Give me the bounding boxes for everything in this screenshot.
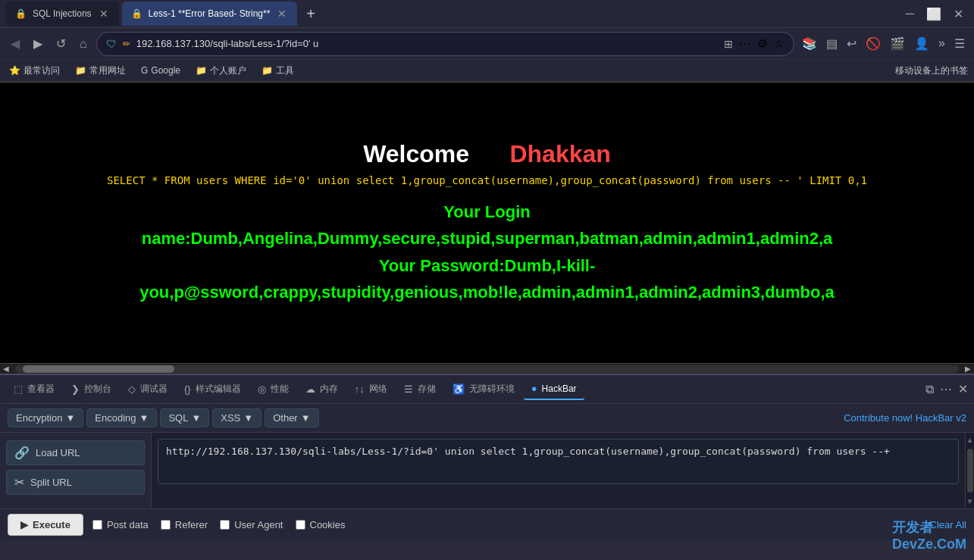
hackbar-bottom: ▶ Execute Post data Referer User Agent [0, 508, 974, 540]
scrollbar-track-h[interactable] [15, 365, 959, 373]
restore-button[interactable]: ⬜ [922, 4, 946, 24]
xss-arrow: ▼ [243, 412, 253, 424]
settings-icon[interactable]: ⚙ [757, 36, 768, 51]
reload-button[interactable]: ↺ [52, 33, 70, 54]
devtools-tab-label-1: 控制台 [84, 383, 111, 396]
devtools-tab-console[interactable]: ❯ 控制台 [64, 378, 119, 400]
bookmark-common[interactable]: 📁 常用网址 [72, 63, 129, 79]
split-url-label: Split URL [30, 477, 72, 488]
cookies-checkbox[interactable]: Cookies [296, 519, 346, 530]
detach-icon[interactable]: ⧉ [925, 383, 934, 396]
execute-play-icon: ▶ [20, 519, 28, 530]
bookmark-label-4: 工具 [276, 64, 294, 77]
bookmark-frequent[interactable]: ⭐ 最常访问 [6, 63, 63, 79]
devtools-tab-label-6: 网络 [369, 383, 387, 396]
encryption-menu[interactable]: Encryption ▼ [8, 408, 83, 427]
tab-favicon-2: 🔒 [131, 8, 142, 19]
google-icon: G [141, 65, 148, 76]
scroll-up-arrow[interactable]: ▲ [966, 433, 974, 447]
useragent-input[interactable] [220, 520, 230, 530]
hackbar-toolbar: Encryption ▼ Encoding ▼ SQL ▼ XSS ▼ Othe… [0, 404, 974, 433]
welcome-name: Dhakkan [509, 140, 610, 167]
devtools-tab-debugger[interactable]: ◇ 调试器 [121, 378, 175, 400]
new-tab-button[interactable]: + [300, 2, 321, 26]
encoding-arrow: ▼ [139, 412, 149, 424]
devtools-tab-styles[interactable]: {} 样式编辑器 [177, 378, 249, 400]
execute-button[interactable]: ▶ Execute [8, 514, 83, 536]
lock-icon: ✏ [123, 39, 130, 49]
bookmark-google[interactable]: G Google [138, 64, 183, 77]
devtools-tab-inspector[interactable]: ⬚ 查看器 [6, 378, 62, 400]
hackbar-panel: Encryption ▼ Encoding ▼ SQL ▼ XSS ▼ Othe… [0, 404, 974, 540]
split-url-button[interactable]: ✂ Split URL [6, 470, 145, 495]
home-button[interactable]: ⌂ [75, 34, 92, 54]
back-history-icon[interactable]: ↩ [844, 33, 860, 54]
browser-chrome: 🔒 SQL Injections ✕ 🔒 Less-1 **Error Base… [0, 0, 974, 83]
tab-sql-injections[interactable]: 🔒 SQL Injections ✕ [6, 2, 119, 26]
scroll-down-arrow[interactable]: ▼ [966, 494, 974, 508]
block-icon[interactable]: 🚫 [863, 33, 884, 54]
devtools-vertical-scrollbar[interactable]: ▲ ▼ [965, 433, 974, 508]
devtools-tab-label-8: 无障碍环境 [469, 383, 515, 396]
bookmark-account[interactable]: 📁 个人账户 [193, 63, 249, 79]
url-input[interactable] [136, 38, 718, 49]
load-url-button[interactable]: 🔗 Load URL [6, 440, 145, 465]
other-menu[interactable]: Other ▼ [265, 408, 318, 427]
more-options-icon[interactable]: ⋯ [940, 382, 952, 396]
devtools-tab-hackbar[interactable]: ● HackBar [524, 378, 584, 400]
network-icon: ↑↓ [355, 383, 365, 395]
bookmarks-mobile[interactable]: 移动设备上的书签 [895, 64, 968, 77]
devtools-tab-storage[interactable]: ☰ 存储 [396, 378, 443, 400]
devtools-tab-label-7: 存储 [418, 383, 436, 396]
clear-all-button[interactable]: Clear All [930, 519, 966, 530]
other-arrow: ▼ [301, 412, 311, 424]
sql-menu[interactable]: SQL ▼ [160, 408, 209, 427]
bookmark-tools[interactable]: 📁 工具 [258, 63, 297, 79]
scroll-right-arrow[interactable]: ▶ [962, 364, 974, 373]
devtools-tab-memory[interactable]: ☁ 内存 [298, 378, 346, 400]
other-label: Other [273, 412, 298, 424]
bookmark-icon[interactable]: ☆ [774, 36, 785, 51]
ext-icon1[interactable]: 🎬 [887, 33, 908, 54]
bookmark-label-3: 个人账户 [210, 64, 246, 77]
encoding-menu[interactable]: Encoding ▼ [86, 408, 157, 427]
tab-label: SQL Injections [33, 8, 92, 19]
password-label: Your Password:Dumb,I-kill- [139, 252, 835, 279]
devtools-tab-perf[interactable]: ◎ 性能 [250, 378, 296, 400]
referer-label: Referer [175, 519, 208, 530]
referer-input[interactable] [161, 520, 171, 530]
library-icon[interactable]: 📚 [799, 33, 820, 54]
hackbar-body: 🔗 Load URL ✂ Split URL http://192.168.13… [0, 433, 974, 508]
overflow-icon[interactable]: » [935, 33, 948, 54]
forward-button[interactable]: ▶ [29, 33, 47, 54]
referer-checkbox[interactable]: Referer [161, 519, 208, 530]
hackbar-url-field[interactable]: http://192.168.137.130/sqli-labs/Less-1/… [158, 439, 959, 484]
devtools-tab-label-0: 查看器 [27, 383, 55, 396]
minimize-button[interactable]: ─ [901, 4, 919, 23]
tab-close-2[interactable]: ✕ [276, 8, 288, 20]
post-data-input[interactable] [92, 520, 102, 530]
scroll-left-arrow[interactable]: ◀ [0, 364, 12, 373]
devtools-tab-network[interactable]: ↑↓ 网络 [347, 378, 395, 400]
close-window-button[interactable]: ✕ [949, 4, 968, 24]
tab-close-1[interactable]: ✕ [98, 8, 110, 20]
devtools-tab-a11y[interactable]: ♿ 无障碍环境 [445, 378, 522, 400]
scrollbar-thumb-h[interactable] [23, 365, 174, 373]
sidebar-icon[interactable]: ▤ [823, 33, 841, 54]
execute-label: Execute [33, 519, 70, 530]
devtools-panel: ⬚ 查看器 ❯ 控制台 ◇ 调试器 {} 样式编辑器 ◎ 性能 ☁ 内存 ↑↓ … [0, 374, 974, 540]
xss-menu[interactable]: XSS ▼ [212, 408, 262, 427]
post-data-checkbox[interactable]: Post data [92, 519, 149, 530]
close-devtools-icon[interactable]: ✕ [958, 382, 968, 396]
menu-icon[interactable]: ☰ [951, 33, 968, 54]
profile-icon[interactable]: 👤 [911, 33, 932, 54]
horizontal-scrollbar[interactable]: ◀ ▶ [0, 363, 974, 374]
vertical-scrollbar-thumb[interactable] [967, 449, 973, 493]
cookies-input[interactable] [296, 520, 305, 530]
useragent-checkbox[interactable]: User Agent [220, 519, 283, 530]
contribute-text: Contribute now! HackBar v2 [844, 412, 966, 424]
devtools-tab-label-5: 内存 [320, 383, 338, 396]
tab-less1[interactable]: 🔒 Less-1 **Error Based- String** ✕ [122, 2, 298, 26]
back-button[interactable]: ◀ [6, 33, 24, 54]
load-url-icon: 🔗 [14, 446, 30, 460]
